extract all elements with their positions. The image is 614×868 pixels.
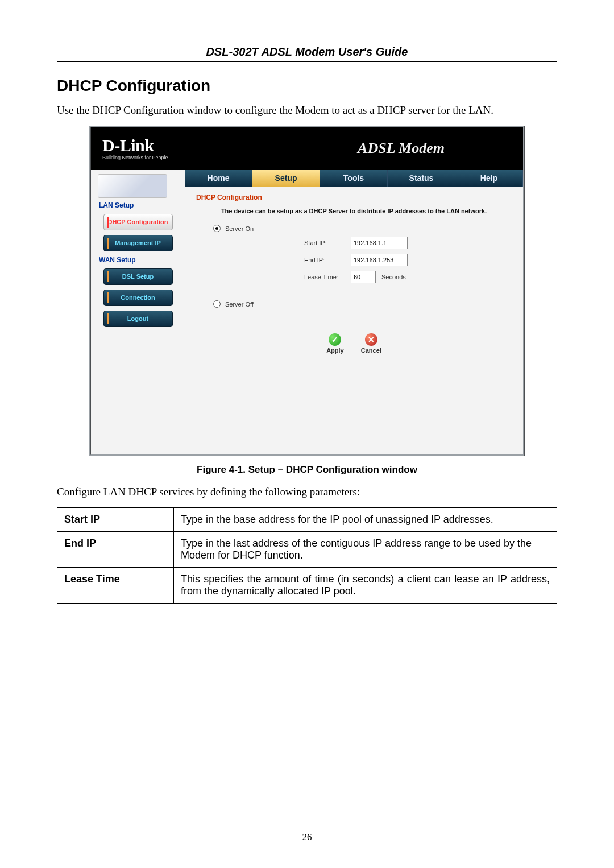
footer-rule — [57, 829, 557, 829]
lease-time-input[interactable] — [351, 271, 376, 283]
doc-header: DSL-302T ADSL Modem User's Guide — [57, 46, 557, 61]
radio-server-on[interactable]: Server On — [213, 225, 512, 232]
param-desc: Type in the base address for the IP pool… — [174, 508, 557, 532]
tab-status[interactable]: Status — [388, 170, 455, 187]
screenshot-dhcp-configuration: D-Link Building Networks for People ADSL… — [89, 126, 525, 456]
table-row: End IP Type in the last address of the c… — [57, 532, 557, 568]
cancel-label: Cancel — [361, 347, 381, 354]
table-row: Start IP Type in the base address for th… — [57, 508, 557, 532]
panel-title: DHCP Configuration — [196, 193, 512, 201]
app-titlebar: D-Link Building Networks for People ADSL… — [91, 127, 523, 170]
label-lease-time: Lease Time: — [304, 274, 345, 280]
table-row: Lease Time This specifies the amount of … — [57, 568, 557, 604]
main-panel: Home Setup Tools Status Help DHCP Config… — [185, 170, 523, 454]
tab-help[interactable]: Help — [455, 170, 523, 187]
start-ip-input[interactable] — [351, 237, 408, 249]
check-icon: ✓ — [329, 333, 341, 346]
apply-button[interactable]: ✓ Apply — [326, 333, 344, 354]
radio-server-off[interactable]: Server Off — [213, 300, 512, 308]
param-desc: This specifies the amount of time (in se… — [174, 568, 557, 604]
device-icon — [98, 174, 167, 198]
sidebar-item-dsl-setup[interactable]: DSL Setup — [103, 268, 173, 285]
tab-tools[interactable]: Tools — [320, 170, 388, 187]
tab-setup[interactable]: Setup — [252, 170, 320, 187]
tab-home[interactable]: Home — [185, 170, 252, 187]
apply-label: Apply — [326, 347, 344, 354]
param-desc: Type in the last address of the contiguo… — [174, 532, 557, 568]
intro-text: Use the DHCP Configuration window to con… — [57, 104, 557, 117]
radio-label: Server On — [225, 225, 254, 232]
lease-unit: Seconds — [381, 274, 406, 280]
product-title: ADSL Modem — [358, 140, 507, 157]
radio-label: Server Off — [225, 301, 254, 308]
section-title: DHCP Configuration — [57, 77, 557, 95]
close-icon: ✕ — [365, 333, 377, 346]
sidebar-item-connection[interactable]: Connection — [103, 290, 173, 306]
radio-icon — [213, 300, 221, 308]
sidebar-cat-lan: LAN Setup — [99, 201, 185, 209]
brand-logo: D-Link Building Networks for People — [102, 137, 168, 160]
header-rule — [57, 61, 557, 62]
parameter-table: Start IP Type in the base address for th… — [57, 507, 557, 604]
param-name: Lease Time — [57, 568, 174, 604]
sidebar: LAN Setup DHCP Configuration Management … — [91, 170, 185, 454]
cancel-button[interactable]: ✕ Cancel — [361, 333, 381, 354]
sidebar-item-management-ip[interactable]: Management IP — [103, 235, 173, 251]
configure-line: Configure LAN DHCP services by defining … — [57, 486, 557, 498]
brand-name: D-Link — [102, 137, 168, 154]
brand-tagline: Building Networks for People — [102, 155, 168, 160]
sidebar-cat-wan: WAN Setup — [99, 256, 185, 264]
end-ip-input[interactable] — [351, 254, 408, 266]
panel-description: The device can be setup as a DHCP Server… — [196, 207, 512, 216]
page-number: 26 — [57, 832, 557, 843]
figure-caption: Figure 4-1. Setup – DHCP Configuration w… — [57, 464, 557, 476]
radio-icon — [213, 225, 221, 232]
tab-bar: Home Setup Tools Status Help — [185, 170, 523, 187]
label-end-ip: End IP: — [304, 257, 345, 263]
sidebar-item-logout[interactable]: Logout — [103, 311, 173, 327]
label-start-ip: Start IP: — [304, 239, 345, 246]
sidebar-item-dhcp-configuration[interactable]: DHCP Configuration — [103, 214, 173, 230]
param-name: End IP — [57, 532, 174, 568]
param-name: Start IP — [57, 508, 174, 532]
